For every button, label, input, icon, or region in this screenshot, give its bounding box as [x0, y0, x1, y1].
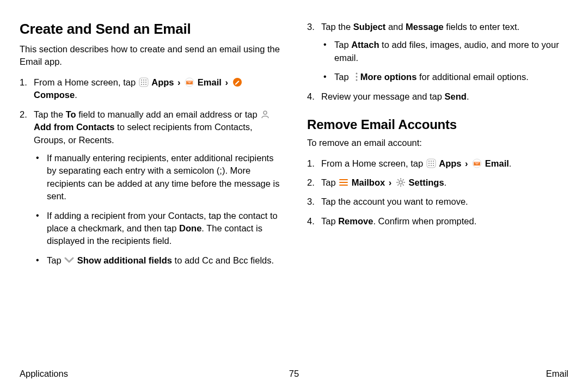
- right-column: Tap the Subject and Message fields to en…: [307, 21, 568, 273]
- text: Tap the: [321, 22, 353, 32]
- step-3-sublist: Tap Attach to add files, images, audio, …: [321, 39, 568, 83]
- intro-remove: To remove an email account:: [307, 137, 568, 149]
- compose-icon: [232, 77, 242, 87]
- left-column: Create and Send an Email This section de…: [20, 21, 281, 273]
- text: for additional email options.: [416, 72, 528, 82]
- create-send-steps-cont: Tap the Subject and Message fields to en…: [307, 21, 568, 103]
- settings-icon: [396, 177, 406, 187]
- svg-point-18: [431, 160, 432, 161]
- svg-point-24: [431, 164, 432, 166]
- send-label: Send: [445, 91, 467, 101]
- svg-point-7: [141, 84, 142, 85]
- svg-point-8: [143, 84, 144, 85]
- footer-page-number: 75: [289, 369, 299, 379]
- mailbox-icon: [339, 177, 348, 187]
- heading-create-send: Create and Send an Email: [20, 21, 281, 38]
- chevron-icon: ›: [388, 177, 393, 187]
- step-2-sublist: If manually entering recipients, enter a…: [34, 152, 281, 267]
- chevron-down-icon: [64, 255, 74, 265]
- remove-label: Remove: [338, 216, 373, 226]
- apps-label: Apps: [151, 77, 174, 87]
- svg-point-30: [399, 181, 402, 184]
- remove-step-1: From a Home screen, tap Apps › Email.: [307, 157, 568, 170]
- svg-point-20: [428, 162, 430, 163]
- compose-label: Compose: [34, 90, 75, 100]
- svg-point-4: [141, 82, 142, 83]
- text: field to manually add an email address o…: [76, 109, 260, 119]
- text: .: [75, 90, 77, 100]
- footer-right: Email: [546, 369, 568, 379]
- text: Review your message and tap: [321, 91, 445, 101]
- done-label: Done: [179, 223, 201, 233]
- text: .: [467, 91, 469, 101]
- remove-steps: From a Home screen, tap Apps › Email. Ta…: [307, 157, 568, 228]
- mailbox-label: Mailbox: [352, 177, 385, 187]
- remove-step-4: Tap Remove. Confirm when prompted.: [307, 215, 568, 228]
- footer-left: Applications: [20, 369, 68, 379]
- svg-point-13: [356, 73, 358, 75]
- svg-point-12: [264, 111, 267, 114]
- text: fields to enter text.: [444, 22, 519, 32]
- text: .: [444, 177, 447, 187]
- text: Tap: [321, 177, 338, 187]
- svg-line-38: [402, 179, 403, 180]
- email-label: Email: [485, 158, 509, 168]
- svg-point-5: [143, 82, 144, 83]
- step-1: From a Home screen, tap Apps › Email › C…: [20, 76, 281, 102]
- text: .: [509, 158, 512, 168]
- create-send-steps: From a Home screen, tap Apps › Email › C…: [20, 76, 281, 267]
- bullet-show-fields: Tap Show additional fields to add Cc and…: [34, 254, 281, 267]
- apps-label: Apps: [439, 158, 461, 168]
- bullet-more-options: Tap More options for additional email op…: [321, 71, 568, 83]
- svg-line-37: [397, 184, 399, 185]
- page-content: Create and Send an Email This section de…: [0, 0, 588, 273]
- attach-label: Attach: [351, 40, 379, 50]
- svg-point-1: [141, 79, 142, 81]
- svg-point-23: [428, 164, 430, 166]
- text: . Confirm when prompted.: [373, 216, 476, 226]
- email-icon: [472, 158, 482, 168]
- svg-point-15: [356, 79, 358, 81]
- svg-point-9: [145, 84, 146, 85]
- chevron-icon: ›: [176, 77, 182, 87]
- show-fields-label: Show additional fields: [77, 255, 172, 265]
- apps-icon: [426, 158, 436, 168]
- text: Tap: [334, 72, 351, 82]
- add-contacts-label: Add from Contacts: [34, 122, 115, 132]
- svg-point-25: [433, 164, 434, 166]
- svg-point-2: [143, 79, 144, 81]
- chevron-icon: ›: [464, 158, 469, 168]
- more-options-icon: [352, 72, 357, 82]
- page-footer: Applications 75 Email: [20, 369, 568, 379]
- svg-point-14: [356, 76, 358, 78]
- step-4: Review your message and tap Send.: [307, 90, 568, 103]
- email-label: Email: [198, 77, 222, 87]
- text: From a Home screen, tap: [34, 77, 138, 87]
- svg-point-6: [145, 82, 146, 83]
- email-icon: [185, 77, 194, 87]
- text: and: [385, 22, 406, 32]
- step-3: Tap the Subject and Message fields to en…: [307, 21, 568, 84]
- message-label: Message: [406, 22, 444, 32]
- svg-point-3: [145, 79, 146, 81]
- text: Tap the: [34, 109, 66, 119]
- remove-step-3: Tap the account you want to remove.: [307, 195, 568, 208]
- apps-icon: [139, 77, 149, 87]
- subject-label: Subject: [353, 22, 386, 32]
- more-options-label: More options: [360, 72, 417, 82]
- step-2: Tap the To field to manually add an emai…: [20, 108, 281, 267]
- text: Tap: [334, 40, 351, 50]
- chevron-icon: ›: [224, 77, 229, 87]
- remove-step-2: Tap Mailbox › Settings.: [307, 176, 568, 189]
- svg-line-36: [402, 184, 403, 185]
- settings-label: Settings: [409, 177, 444, 187]
- svg-line-35: [397, 179, 399, 180]
- svg-point-21: [431, 162, 432, 163]
- contact-icon: [260, 109, 270, 119]
- bullet-attach: Tap Attach to add files, images, audio, …: [321, 39, 568, 64]
- bullet-from-contacts: If adding a recipient from your Contacts…: [34, 210, 281, 248]
- heading-remove-accounts: Remove Email Accounts: [307, 117, 568, 132]
- text: Tap: [47, 255, 64, 265]
- text: Tap: [321, 216, 338, 226]
- svg-point-19: [433, 160, 434, 161]
